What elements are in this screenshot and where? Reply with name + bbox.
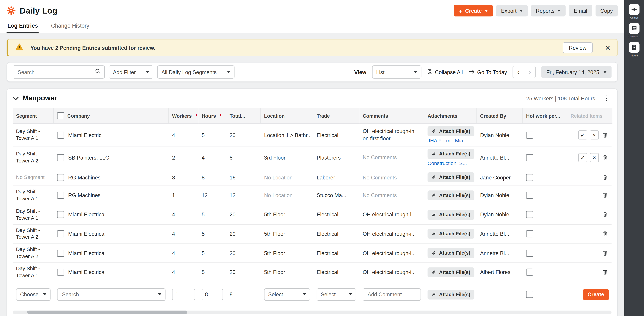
- hot-work-checkbox[interactable]: [526, 131, 533, 138]
- search-box: [13, 65, 105, 79]
- delete-button[interactable]: [601, 211, 609, 219]
- manpower-table: Segment Company Workers* Hours* Total...…: [7, 108, 617, 307]
- row-checkbox[interactable]: [57, 269, 64, 276]
- attach-files-button[interactable]: Attach File(s): [428, 126, 474, 136]
- attach-files-button[interactable]: Attach File(s): [428, 173, 474, 182]
- export-button[interactable]: Export: [496, 5, 528, 17]
- right-rail: Copilot Conversa... Kickoff: [624, 0, 644, 316]
- search-input[interactable]: [17, 68, 92, 75]
- rail-item-conversations[interactable]: Conversa...: [624, 23, 644, 38]
- banner-message: You have 2 Pending Entries submitted for…: [30, 45, 155, 51]
- attach-files-button[interactable]: Attach File(s): [428, 248, 474, 258]
- comment-box: [362, 288, 421, 300]
- plus-icon: +: [459, 8, 462, 14]
- horizontal-scrollbar[interactable]: [13, 310, 612, 314]
- tab-bar: Log Entries Change History: [0, 21, 624, 33]
- attach-files-button[interactable]: Attach File(s): [428, 229, 474, 239]
- attach-files-button[interactable]: Attach File(s): [428, 149, 474, 159]
- chevron-down-icon: [557, 10, 560, 12]
- hot-work-checkbox[interactable]: [526, 192, 533, 199]
- workers-input[interactable]: [172, 289, 195, 300]
- chevron-down-icon: [43, 293, 46, 295]
- collapse-all-icon: [427, 68, 432, 75]
- attach-files-button[interactable]: Attach File(s): [428, 267, 474, 277]
- attachment-link[interactable]: Construction_S...: [428, 161, 467, 166]
- page-title: Daily Log: [20, 6, 58, 16]
- reports-button[interactable]: Reports: [531, 5, 566, 17]
- attach-files-button[interactable]: Attach File(s): [428, 289, 474, 299]
- header-actions: + Create Export Reports Email Copy: [454, 5, 618, 17]
- main-content: Daily Log + Create Export Reports Email …: [0, 0, 624, 316]
- segments-select[interactable]: All Daily Log Segments: [157, 65, 234, 79]
- kickoff-icon: [629, 42, 640, 53]
- row-checkbox[interactable]: [57, 211, 64, 218]
- trade-select[interactable]: Select: [317, 288, 356, 300]
- row-checkbox[interactable]: [57, 250, 64, 257]
- delete-button[interactable]: [601, 268, 609, 276]
- delete-button[interactable]: [601, 131, 609, 139]
- arrow-right-icon: [468, 69, 475, 75]
- hot-work-checkbox[interactable]: [526, 211, 533, 218]
- tab-log-entries[interactable]: Log Entries: [6, 21, 39, 33]
- hot-work-checkbox[interactable]: [526, 291, 533, 298]
- hot-work-checkbox[interactable]: [526, 250, 533, 257]
- copilot-icon: [629, 4, 640, 15]
- delete-button[interactable]: [601, 192, 609, 199]
- table-row: Day Shift - Tower A 1 Miami Electrical 4…: [13, 205, 612, 224]
- row-checkbox[interactable]: [57, 154, 64, 161]
- approve-button[interactable]: ✓: [578, 130, 587, 139]
- collapse-all-button[interactable]: Collapse All: [427, 68, 463, 75]
- manpower-menu-button[interactable]: ⋮: [602, 95, 611, 102]
- date-picker-button[interactable]: Fri, February 14, 2025: [542, 66, 612, 78]
- chevron-down-icon: [414, 71, 417, 73]
- comment-input[interactable]: [367, 291, 417, 298]
- next-day-button[interactable]: ›: [524, 66, 536, 78]
- chevron-down-icon[interactable]: [13, 95, 18, 100]
- row-checkbox[interactable]: [57, 192, 64, 199]
- hot-work-checkbox[interactable]: [526, 269, 533, 276]
- reject-button[interactable]: ×: [590, 153, 599, 162]
- close-icon[interactable]: ✕: [604, 44, 612, 51]
- chevron-down-icon: [146, 71, 149, 73]
- hours-input[interactable]: [202, 289, 223, 300]
- row-checkbox[interactable]: [57, 230, 64, 237]
- row-checkbox[interactable]: [57, 131, 64, 138]
- segment-select[interactable]: Choose: [16, 288, 50, 300]
- manpower-title: Manpower: [22, 94, 57, 102]
- delete-button[interactable]: [601, 249, 609, 257]
- hot-work-checkbox[interactable]: [526, 174, 533, 181]
- hot-work-checkbox[interactable]: [526, 154, 533, 161]
- approve-button[interactable]: ✓: [578, 153, 587, 162]
- create-entry-button[interactable]: Create: [583, 289, 609, 300]
- delete-button[interactable]: [601, 154, 609, 162]
- rail-item-copilot[interactable]: Copilot: [624, 4, 644, 19]
- view-select[interactable]: List: [372, 65, 421, 79]
- hot-work-checkbox[interactable]: [526, 230, 533, 237]
- go-to-today-button[interactable]: Go To Today: [468, 69, 507, 75]
- scrollbar-thumb[interactable]: [27, 310, 187, 314]
- row-checkbox[interactable]: [57, 174, 64, 181]
- company-search-input[interactable]: [61, 291, 156, 298]
- delete-button[interactable]: [601, 230, 609, 238]
- copy-button[interactable]: Copy: [595, 5, 618, 17]
- app-logo-icon: [6, 6, 16, 15]
- select-all-checkbox[interactable]: [57, 112, 64, 119]
- reject-button[interactable]: ×: [590, 130, 599, 139]
- create-button[interactable]: + Create: [454, 5, 493, 17]
- email-button[interactable]: Email: [569, 5, 592, 17]
- table-row: Day Shift - Tower A 2 SB Painters, LLC 2…: [13, 146, 612, 169]
- attachment-link[interactable]: JHA Form - Mia...: [428, 138, 468, 143]
- warning-icon: [15, 42, 24, 53]
- tab-change-history[interactable]: Change History: [50, 21, 90, 33]
- manpower-new-entry-row: Choose 8 Select Select Attach File(s) Cr…: [13, 282, 612, 307]
- add-filter-select[interactable]: Add Filter: [109, 65, 153, 79]
- attach-files-button[interactable]: Attach File(s): [428, 190, 474, 200]
- review-button[interactable]: Review: [563, 42, 592, 53]
- previous-day-button[interactable]: ‹: [513, 66, 524, 78]
- attach-files-button[interactable]: Attach File(s): [428, 210, 474, 220]
- date-pager: ‹ ›: [513, 66, 536, 78]
- location-select[interactable]: Select: [264, 288, 310, 300]
- chevron-down-icon: [349, 293, 352, 295]
- delete-button[interactable]: [601, 174, 609, 181]
- rail-item-kickoff[interactable]: Kickoff: [624, 42, 644, 57]
